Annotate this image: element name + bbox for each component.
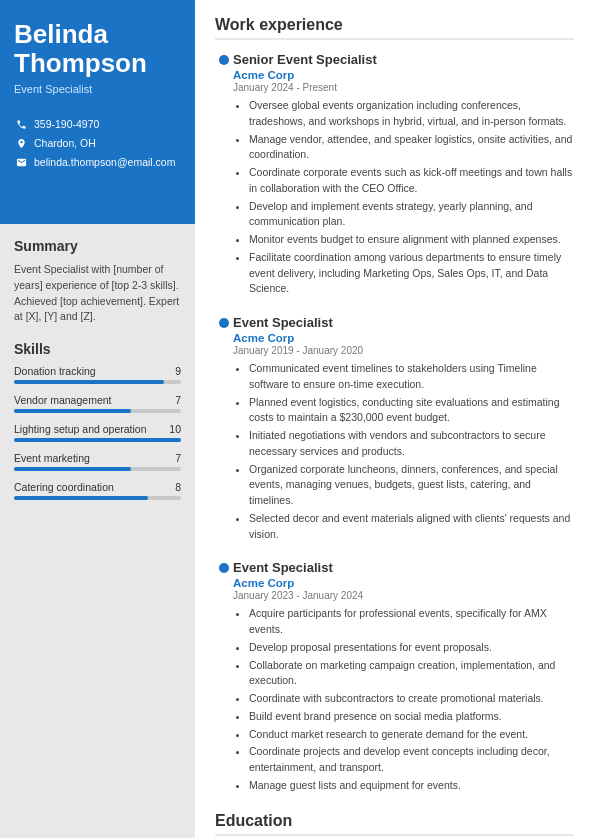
- skill-bar-bg: [14, 438, 181, 442]
- bullet: Acquire participants for professional ev…: [249, 606, 574, 638]
- skill-header: Donation tracking 9: [14, 365, 181, 377]
- skill-bar-fill: [14, 409, 131, 413]
- skill-name: Catering coordination: [14, 481, 114, 493]
- bullet: Communicated event timelines to stakehol…: [249, 361, 574, 393]
- job-dates: January 2024 - Present: [233, 82, 574, 93]
- job-dot-col: [215, 315, 233, 544]
- job-dot: [219, 55, 229, 65]
- contact-email: belinda.thompson@email.com: [14, 155, 181, 169]
- name-line2: Thompson: [14, 48, 147, 78]
- job-bullets: Oversee global events organization inclu…: [233, 98, 574, 297]
- skill-bar-bg: [14, 496, 181, 500]
- skill-header: Lighting setup and operation 10: [14, 423, 181, 435]
- job-dot: [219, 563, 229, 573]
- name-line1: Belinda: [14, 19, 108, 49]
- skill-bar-fill: [14, 467, 131, 471]
- job-dot-col: [215, 52, 233, 299]
- job-bullets: Communicated event timelines to stakehol…: [233, 361, 574, 542]
- work-experience-heading: Work experience: [215, 16, 574, 40]
- job-title: Senior Event Specialist: [233, 52, 574, 67]
- skill-level: 8: [175, 481, 181, 493]
- skill-item: Lighting setup and operation 10: [14, 423, 181, 442]
- job-dates: January 2019 - January 2020: [233, 345, 574, 356]
- bullet: Oversee global events organization inclu…: [249, 98, 574, 130]
- job-entry-3: Event Specialist Acme Corp January 2023 …: [215, 560, 574, 795]
- main-content: Work experience Senior Event Specialist …: [195, 0, 594, 838]
- bullet: Coordinate corporate events such as kick…: [249, 165, 574, 197]
- skill-name: Donation tracking: [14, 365, 96, 377]
- decorative-triangle: [0, 188, 195, 224]
- candidate-title: Event Specialist: [14, 83, 181, 95]
- skill-item: Catering coordination 8: [14, 481, 181, 500]
- job-content: Senior Event Specialist Acme Corp Januar…: [233, 52, 574, 299]
- contact-section: 359-190-4970 Chardon, OH belinda.thompso…: [0, 109, 195, 188]
- job-content: Event Specialist Acme Corp January 2019 …: [233, 315, 574, 544]
- skill-name: Lighting setup and operation: [14, 423, 147, 435]
- skill-item: Donation tracking 9: [14, 365, 181, 384]
- contact-location: Chardon, OH: [14, 136, 181, 150]
- skill-name: Event marketing: [14, 452, 90, 464]
- summary-heading: Summary: [14, 238, 181, 254]
- candidate-name: Belinda Thompson: [14, 20, 181, 77]
- job-entry-1: Senior Event Specialist Acme Corp Januar…: [215, 52, 574, 299]
- summary-text: Event Specialist with [number of years] …: [14, 262, 181, 325]
- location-text: Chardon, OH: [34, 137, 96, 149]
- skill-bar-bg: [14, 467, 181, 471]
- skills-section: Skills Donation tracking 9 Vendor manage…: [14, 341, 181, 500]
- education-section: Education Event Specialist Ace Universit…: [215, 812, 574, 839]
- skill-level: 10: [169, 423, 181, 435]
- phone-text: 359-190-4970: [34, 118, 99, 130]
- sidebar-header: Belinda Thompson Event Specialist: [0, 0, 195, 109]
- job-company: Acme Corp: [233, 332, 574, 344]
- skill-bar-fill: [14, 496, 148, 500]
- skill-item: Vendor management 7: [14, 394, 181, 413]
- skill-level: 7: [175, 452, 181, 464]
- skill-bar-fill: [14, 438, 181, 442]
- skills-heading: Skills: [14, 341, 181, 357]
- job-content: Event Specialist Acme Corp January 2023 …: [233, 560, 574, 795]
- bullet: Manage vendor, attendee, and speaker log…: [249, 132, 574, 164]
- skill-item: Event marketing 7: [14, 452, 181, 471]
- bullet: Conduct market research to generate dema…: [249, 727, 574, 743]
- sidebar: Belinda Thompson Event Specialist 359-19…: [0, 0, 195, 838]
- job-bullets: Acquire participants for professional ev…: [233, 606, 574, 793]
- bullet: Planned event logistics, conducting site…: [249, 395, 574, 427]
- bullet: Manage guest lists and equipment for eve…: [249, 778, 574, 794]
- bullet: Develop and implement events strategy, y…: [249, 199, 574, 231]
- job-dates: January 2023 - January 2024: [233, 590, 574, 601]
- email-text: belinda.thompson@email.com: [34, 156, 175, 168]
- job-dot-col: [215, 560, 233, 795]
- bullet: Selected decor and event materials align…: [249, 511, 574, 543]
- location-icon: [14, 136, 28, 150]
- job-title: Event Specialist: [233, 560, 574, 575]
- skill-bar-fill: [14, 380, 164, 384]
- education-heading: Education: [215, 812, 574, 836]
- skill-level: 7: [175, 394, 181, 406]
- phone-icon: [14, 117, 28, 131]
- bullet: Organized corporate luncheons, dinners, …: [249, 462, 574, 509]
- bullet: Coordinate with subcontractors to create…: [249, 691, 574, 707]
- skill-header: Event marketing 7: [14, 452, 181, 464]
- job-company: Acme Corp: [233, 577, 574, 589]
- job-title: Event Specialist: [233, 315, 574, 330]
- bullet: Coordinate projects and develop event co…: [249, 744, 574, 776]
- job-entry-2: Event Specialist Acme Corp January 2019 …: [215, 315, 574, 544]
- skill-bar-bg: [14, 409, 181, 413]
- bullet: Develop proposal presentations for event…: [249, 640, 574, 656]
- skill-header: Catering coordination 8: [14, 481, 181, 493]
- bullet: Collaborate on marketing campaign creati…: [249, 658, 574, 690]
- skill-bar-bg: [14, 380, 181, 384]
- bullet: Initiated negotiations with vendors and …: [249, 428, 574, 460]
- bullet: Monitor events budget to ensure alignmen…: [249, 232, 574, 248]
- email-icon: [14, 155, 28, 169]
- bullet: Facilitate coordination among various de…: [249, 250, 574, 297]
- sidebar-lower: Summary Event Specialist with [number of…: [0, 224, 195, 838]
- skill-level: 9: [175, 365, 181, 377]
- job-dot: [219, 318, 229, 328]
- skill-name: Vendor management: [14, 394, 111, 406]
- contact-phone: 359-190-4970: [14, 117, 181, 131]
- skill-header: Vendor management 7: [14, 394, 181, 406]
- bullet: Build event brand presence on social med…: [249, 709, 574, 725]
- job-company: Acme Corp: [233, 69, 574, 81]
- resume-container: Belinda Thompson Event Specialist 359-19…: [0, 0, 594, 838]
